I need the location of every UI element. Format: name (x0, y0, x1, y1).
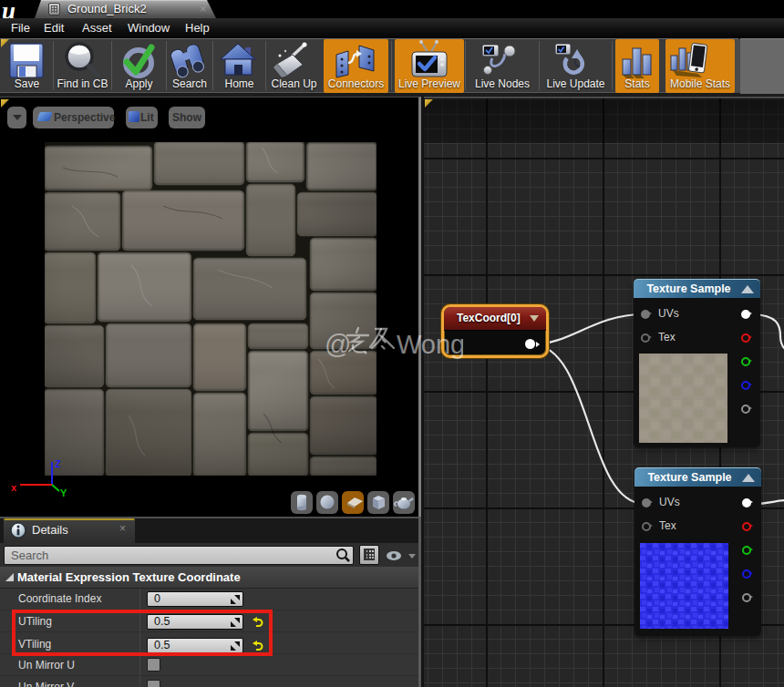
svg-text:Z: Z (55, 458, 61, 469)
svg-text:x: x (11, 482, 17, 493)
svg-text:Y: Y (60, 487, 67, 498)
svg-text:Wong: Wong (397, 330, 463, 359)
svg-text:@: @ (325, 330, 351, 359)
